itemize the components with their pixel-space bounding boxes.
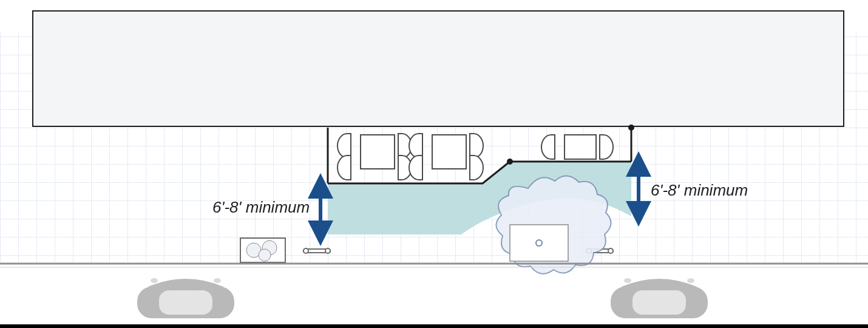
svg-point-8: [628, 125, 634, 131]
diagram-svg: [0, 0, 868, 328]
building-footprint: [33, 11, 844, 126]
dimension-label-left: 6'-8' minimum: [212, 198, 310, 217]
svg-point-7: [507, 159, 513, 165]
dimension-label-right: 6'-8' minimum: [651, 181, 748, 200]
streetscape-plan-diagram: 6'-8' minimum 6'-8' minimum: [0, 0, 868, 328]
svg-rect-19: [0, 324, 868, 328]
car-icon: [611, 278, 708, 318]
svg-rect-10: [432, 135, 466, 169]
svg-rect-9: [361, 135, 395, 169]
planter-icon: [240, 238, 285, 262]
svg-point-15: [259, 249, 271, 261]
svg-rect-16: [510, 225, 568, 261]
svg-rect-11: [565, 135, 596, 159]
car-icon: [137, 278, 234, 318]
table-2top: [541, 135, 613, 159]
